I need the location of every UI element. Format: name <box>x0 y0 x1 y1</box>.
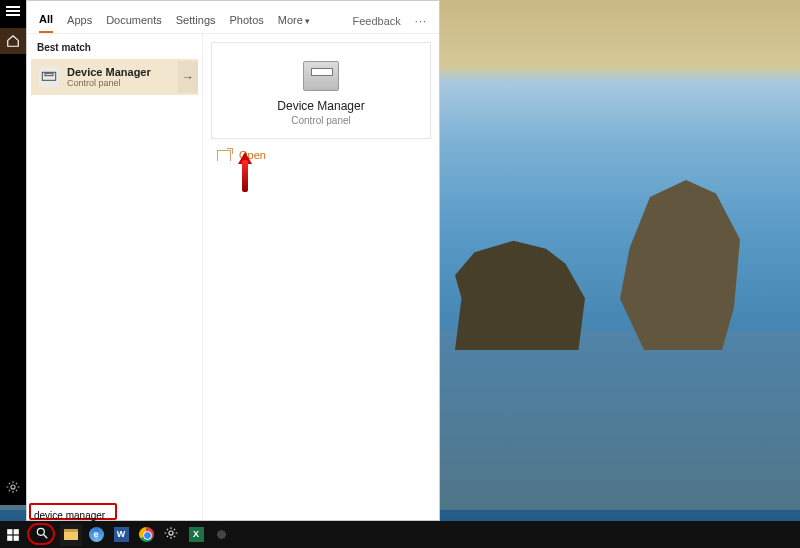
hamburger-icon[interactable] <box>6 4 20 18</box>
results-list: Best match Device Manager Control panel … <box>27 34 203 520</box>
feedback-link[interactable]: Feedback <box>353 15 401 27</box>
preview-title: Device Manager <box>220 99 422 113</box>
tab-documents[interactable]: Documents <box>106 10 162 32</box>
result-subtitle: Control panel <box>67 78 170 88</box>
tab-settings[interactable]: Settings <box>176 10 216 32</box>
result-device-manager[interactable]: Device Manager Control panel → <box>31 59 198 95</box>
taskbar-word[interactable]: W <box>110 524 132 546</box>
search-panel: All Apps Documents Settings Photos More … <box>26 0 440 521</box>
chrome-icon <box>139 527 154 542</box>
device-manager-large-icon <box>303 61 339 91</box>
tab-photos[interactable]: Photos <box>230 10 264 32</box>
taskbar-search-button[interactable] <box>27 523 57 547</box>
annotation-arrow-icon <box>238 152 252 192</box>
open-icon <box>217 150 231 161</box>
start-rail <box>0 0 26 505</box>
folder-icon <box>64 529 78 540</box>
wallpaper-rock-right <box>620 180 740 350</box>
svg-point-9 <box>169 531 173 535</box>
svg-rect-2 <box>45 74 53 76</box>
result-title: Device Manager <box>67 66 170 78</box>
taskbar-obs[interactable] <box>210 524 232 546</box>
edge-icon: e <box>89 527 104 542</box>
start-button[interactable] <box>2 524 24 546</box>
svg-rect-5 <box>7 535 12 540</box>
taskbar-chrome[interactable] <box>135 524 157 546</box>
preview-card: Device Manager Control panel <box>211 42 431 139</box>
taskbar-edge[interactable]: e <box>85 524 107 546</box>
svg-rect-3 <box>7 529 12 534</box>
obs-icon <box>214 527 229 542</box>
preview-subtitle: Control panel <box>220 115 422 126</box>
taskbar: e W X <box>0 521 800 548</box>
result-expand-arrow-icon[interactable]: → <box>178 61 198 93</box>
excel-icon: X <box>189 527 204 542</box>
desktop: All Apps Documents Settings Photos More … <box>0 0 800 548</box>
svg-rect-6 <box>14 535 19 540</box>
taskbar-file-explorer[interactable] <box>60 524 82 546</box>
wallpaper-rock-left <box>455 235 585 350</box>
tab-all[interactable]: All <box>39 9 53 33</box>
home-icon[interactable] <box>0 28 26 54</box>
gear-icon[interactable] <box>6 480 20 497</box>
section-best-match: Best match <box>27 40 202 59</box>
taskbar-settings[interactable] <box>160 524 182 546</box>
word-icon: W <box>114 527 129 542</box>
gear-icon <box>164 526 178 543</box>
tab-more[interactable]: More <box>278 10 311 32</box>
search-input-highlight <box>29 503 117 520</box>
preview-pane: Device Manager Control panel Open <box>203 34 439 520</box>
tab-apps[interactable]: Apps <box>67 10 92 32</box>
device-manager-icon <box>39 67 59 87</box>
svg-rect-4 <box>14 529 19 534</box>
overflow-icon[interactable]: ··· <box>415 15 427 27</box>
taskbar-excel[interactable]: X <box>185 524 207 546</box>
svg-point-0 <box>11 485 15 489</box>
search-tabs: All Apps Documents Settings Photos More … <box>27 1 439 34</box>
